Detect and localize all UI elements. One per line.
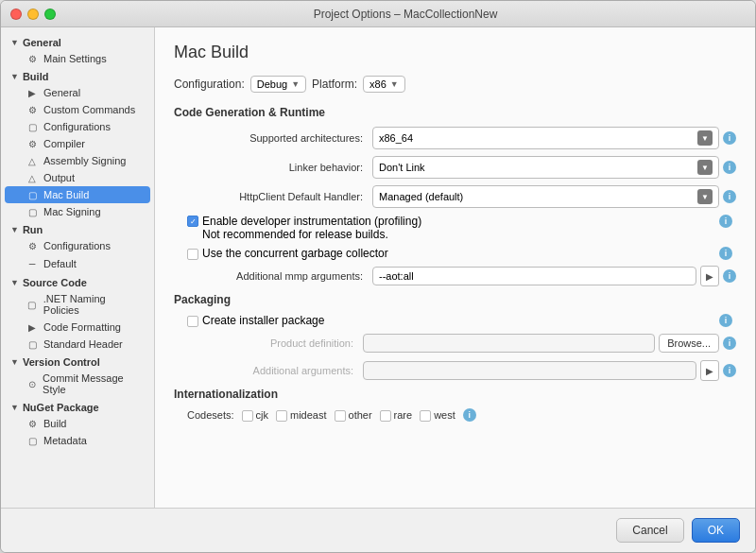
ok-button[interactable]: OK [692, 518, 740, 543]
browse-button[interactable]: Browse... [659, 334, 719, 353]
http-control: Managed (default) ▼ i [372, 185, 736, 208]
minimize-button[interactable] [27, 9, 39, 20]
sidebar-item-configurations[interactable]: ▢ Configurations [5, 118, 150, 135]
build-arrow-icon: ▼ [10, 72, 19, 81]
linker-select[interactable]: Don't Link ▼ [372, 156, 719, 179]
window-title: Project Options – MacCollectionNew [65, 8, 746, 21]
main-window: Project Options – MacCollectionNew ▼ Gen… [0, 0, 756, 553]
sidebar-item-mac-build[interactable]: ▢ Mac Build [5, 186, 150, 203]
source-arrow-icon: ▼ [10, 278, 19, 287]
mmp-input[interactable] [372, 267, 696, 285]
product-def-row: Product definition: Browse... i [174, 333, 736, 354]
west-checkbox[interactable] [420, 410, 431, 422]
sidebar-section-nuget[interactable]: ▼ NuGet Package [1, 398, 154, 415]
sidebar-section-version-control[interactable]: ▼ Version Control [1, 353, 154, 370]
linker-info-icon[interactable]: i [723, 161, 736, 174]
http-info-icon[interactable]: i [723, 190, 736, 203]
cjk-checkbox[interactable] [242, 410, 253, 422]
platform-dropdown-icon: ▼ [390, 79, 399, 89]
gear-icon: ⚙ [26, 139, 39, 149]
rare-checkbox[interactable] [380, 410, 391, 422]
http-row: HttpClient Default Handler: Managed (def… [174, 185, 736, 208]
linker-label: Linker behavior: [174, 162, 372, 173]
http-select[interactable]: Managed (default) ▼ [372, 185, 719, 208]
platform-select[interactable]: x86 ▼ [363, 76, 405, 93]
product-def-info-icon[interactable]: i [723, 337, 736, 350]
pkg-args-info-icon[interactable]: i [723, 364, 736, 377]
codeset-west: west [420, 409, 455, 422]
pkg-args-arrow-button[interactable]: ▶ [700, 360, 719, 381]
config-dropdown-icon: ▼ [291, 79, 300, 89]
dev-instrumentation-checkbox[interactable]: ✓ [187, 216, 198, 227]
sidebar-item-code-formatting[interactable]: ▶ Code Formatting [5, 319, 150, 336]
arch-info-icon[interactable]: i [723, 131, 736, 145]
footer: Cancel OK [1, 508, 755, 552]
intl-title: Internationalization [174, 388, 736, 401]
sidebar-section-run[interactable]: ▼ Run [1, 220, 154, 237]
packaging-title: Packaging [174, 293, 736, 306]
mmp-info-icon[interactable]: i [723, 269, 736, 283]
installer-checkbox[interactable] [187, 316, 198, 327]
sidebar-item-commit-message[interactable]: ⊙ Commit Message Style [5, 370, 150, 398]
codeset-mideast: mideast [276, 409, 327, 422]
config-label: Configuration: [174, 78, 245, 91]
square-icon: ▢ [26, 300, 39, 310]
arch-select[interactable]: x86_64 ▼ [372, 127, 719, 149]
gear-icon: ⚙ [26, 419, 39, 429]
square-icon: ▢ [26, 339, 39, 350]
installer-info-icon[interactable]: i [719, 314, 732, 327]
page-title: Mac Build [174, 43, 736, 62]
installer-label: Create installer package [202, 314, 324, 327]
http-label: HttpClient Default Handler: [174, 191, 372, 202]
codesets-row: Codesets: cjk mideast other rare [187, 408, 736, 422]
sidebar-item-output[interactable]: △ Output [5, 169, 150, 186]
sidebar-item-standard-header[interactable]: ▢ Standard Header [5, 336, 150, 353]
sidebar-item-net-naming[interactable]: ▢ .NET Naming Policies [5, 290, 150, 319]
dev-instrumentation-label: Enable developer instrumentation (profil… [202, 215, 421, 228]
configuration-select[interactable]: Debug ▼ [250, 76, 306, 93]
sidebar-item-run-default[interactable]: – Default [5, 254, 150, 273]
gear-icon: ⚙ [26, 105, 39, 115]
square-icon: ▢ [26, 190, 39, 200]
arch-label: Supported architectures: [174, 132, 372, 144]
sidebar-item-assembly-signing[interactable]: △ Assembly Signing [5, 152, 150, 169]
sidebar-item-run-configurations[interactable]: ⚙ Configurations [5, 237, 150, 254]
sidebar-item-main-settings[interactable]: ⚙ Main Settings [5, 50, 150, 67]
nuget-arrow-icon: ▼ [10, 403, 19, 412]
titlebar: Project Options – MacCollectionNew [1, 1, 755, 27]
arch-control: x86_64 ▼ i [372, 127, 736, 149]
play-icon: ▶ [26, 88, 39, 98]
dev-instrumentation-info-icon[interactable]: i [719, 215, 732, 228]
sidebar-item-compiler[interactable]: ⚙ Compiler [5, 135, 150, 152]
cancel-button[interactable]: Cancel [616, 518, 683, 543]
mmp-control: ▶ i [372, 266, 736, 286]
sidebar-item-nuget-build[interactable]: ⚙ Build [5, 415, 150, 432]
circle-icon: ⊙ [26, 379, 38, 389]
sidebar-item-mac-signing[interactable]: ▢ Mac Signing [5, 203, 150, 220]
close-button[interactable] [10, 9, 22, 20]
sidebar-item-nuget-metadata[interactable]: ▢ Metadata [5, 432, 150, 449]
mmp-label: Additional mmp arguments: [174, 270, 372, 282]
mideast-checkbox[interactable] [276, 410, 287, 422]
sidebar-section-general[interactable]: ▼ General [1, 33, 154, 50]
gc-label: Use the concurrent garbage collector [202, 247, 388, 260]
sidebar-section-source-code[interactable]: ▼ Source Code [1, 273, 154, 290]
square-icon: ▢ [26, 207, 39, 217]
sidebar-item-custom-commands[interactable]: ⚙ Custom Commands [5, 101, 150, 118]
dev-instrumentation-sublabel: Not recommended for release builds. [202, 228, 421, 241]
square-icon: ▢ [26, 436, 39, 446]
play-icon: ▶ [26, 322, 39, 333]
gc-info-icon[interactable]: i [719, 247, 732, 260]
other-checkbox[interactable] [335, 410, 346, 422]
codesets-info-icon[interactable]: i [463, 408, 476, 422]
arch-row: Supported architectures: x86_64 ▼ i [174, 127, 736, 149]
mmp-arrow-button[interactable]: ▶ [700, 266, 719, 286]
code-gen-title: Code Generation & Runtime [174, 106, 736, 119]
sidebar-item-build-general[interactable]: ▶ General [5, 84, 150, 101]
gc-checkbox[interactable] [187, 249, 198, 260]
pkg-args-input[interactable] [363, 361, 696, 380]
sidebar-section-build[interactable]: ▼ Build [1, 67, 154, 84]
codeset-rare: rare [380, 409, 413, 422]
product-def-input[interactable] [363, 334, 655, 353]
maximize-button[interactable] [44, 9, 56, 20]
